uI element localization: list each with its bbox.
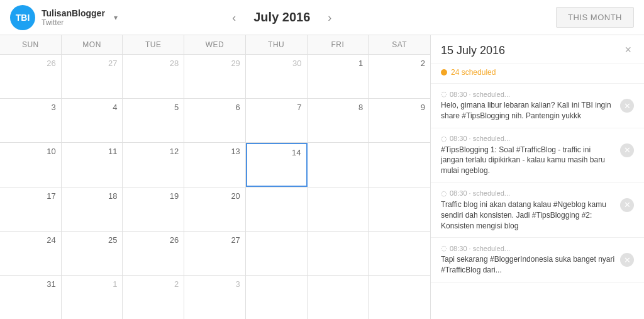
day-cell[interactable]: 13 <box>184 143 246 186</box>
day-number: 1 <box>313 59 364 68</box>
day-cell[interactable]: 4 <box>62 99 123 142</box>
day-cell[interactable]: 3 <box>0 99 62 142</box>
day-cell[interactable] <box>246 232 308 275</box>
day-header-sat: SAT <box>369 35 430 54</box>
day-cell[interactable]: 28 <box>123 55 184 98</box>
post-time-label: 08:30 · scheduled... <box>450 245 510 252</box>
day-cell[interactable]: 1 <box>308 55 369 98</box>
day-cell[interactable]: 8 <box>308 99 369 142</box>
weeks-container: 26 27 28 29 30 1 2 3 4 5 6 7 8 9 10 11 <box>0 55 430 319</box>
day-number: 13 <box>189 147 240 156</box>
day-cell[interactable]: 3 <box>184 276 246 319</box>
day-cell[interactable]: 27 <box>62 55 123 98</box>
popup-close-button[interactable]: × <box>622 44 634 55</box>
day-number: 2 <box>128 279 179 289</box>
day-cell[interactable]: 17 <box>0 187 62 231</box>
day-cell[interactable] <box>369 143 430 186</box>
day-cell[interactable]: 27 <box>184 232 246 275</box>
prev-month-button[interactable]: ‹ <box>227 9 241 26</box>
day-cell[interactable]: 26 <box>0 55 62 98</box>
day-number: 31 <box>5 279 56 289</box>
post-time: ◌ 08:30 · scheduled... <box>441 244 615 252</box>
day-cell[interactable] <box>308 232 369 275</box>
day-cell[interactable]: 10 <box>0 143 62 186</box>
day-cell[interactable]: 25 <box>62 232 123 275</box>
post-text: Tapi sekarang #BloggerIndonesia suka ban… <box>441 254 615 276</box>
account-platform: Twitter <box>42 18 105 27</box>
badge-dot-icon <box>441 69 447 76</box>
day-cell[interactable] <box>369 187 430 231</box>
day-number: 27 <box>67 59 118 68</box>
day-header-mon: MON <box>62 35 123 54</box>
day-cell[interactable]: 2 <box>123 276 184 319</box>
day-cell[interactable] <box>246 187 308 231</box>
day-cell[interactable]: 11 <box>62 143 123 186</box>
post-time: ◌ 08:30 · scheduled... <box>441 90 615 98</box>
day-header-tue: TUE <box>123 35 184 54</box>
dropdown-icon: ▾ <box>114 13 118 22</box>
day-number: 10 <box>5 147 56 156</box>
list-item: ◌ 08:30 · scheduled... Tapi sekarang #Bl… <box>431 238 644 283</box>
day-number: 25 <box>67 235 118 245</box>
next-month-button[interactable]: › <box>323 9 336 26</box>
day-header-thu: THU <box>246 35 308 54</box>
day-number: 29 <box>189 59 240 68</box>
post-time-label: 08:30 · scheduled... <box>450 189 510 197</box>
week-row: 3 4 5 6 7 8 9 <box>0 99 430 143</box>
day-cell[interactable] <box>308 276 369 319</box>
day-cell[interactable]: 30 <box>246 55 308 98</box>
account-selector[interactable]: TBI TulisanBlogger Twitter ▾ <box>10 5 118 30</box>
scheduled-count: 24 scheduled <box>451 68 496 77</box>
day-cell[interactable]: 2 <box>369 55 430 98</box>
day-cell[interactable]: 9 <box>369 99 430 142</box>
day-cell[interactable]: 26 <box>123 232 184 275</box>
post-remove-button[interactable]: ✕ <box>620 99 634 113</box>
day-cell[interactable]: 6 <box>184 99 246 142</box>
day-number: 9 <box>374 103 425 112</box>
day-cell[interactable]: 18 <box>62 187 123 231</box>
day-number: 11 <box>67 147 118 156</box>
day-cell[interactable] <box>369 276 430 319</box>
day-number: 28 <box>128 59 179 68</box>
popup-header: 15 July 2016 × <box>431 35 644 64</box>
this-month-button[interactable]: THIS MONTH <box>556 7 634 28</box>
day-number: 26 <box>5 59 56 68</box>
day-number: 1 <box>67 279 118 289</box>
day-cell[interactable] <box>308 143 369 186</box>
post-remove-button[interactable]: ✕ <box>620 198 634 212</box>
posts-list[interactable]: ◌ 08:30 · scheduled... Helo, gimana libu… <box>431 84 644 319</box>
day-cell-selected[interactable]: 14 <box>246 143 308 186</box>
day-number: 12 <box>128 147 179 156</box>
post-time-label: 08:30 · scheduled... <box>450 135 510 142</box>
day-header-sun: SUN <box>0 35 62 54</box>
post-remove-button[interactable]: ✕ <box>620 253 634 267</box>
popup-date: 15 July 2016 <box>441 44 505 57</box>
day-cell[interactable]: 19 <box>123 187 184 231</box>
week-row: 31 1 2 3 <box>0 276 430 319</box>
day-cell[interactable]: 5 <box>123 99 184 142</box>
day-cell[interactable]: 7 <box>246 99 308 142</box>
avatar: TBI <box>10 5 35 30</box>
day-cell[interactable]: 1 <box>62 276 123 319</box>
list-item: ◌ 08:30 · scheduled... #TipsBlogging 1: … <box>431 128 644 183</box>
post-remove-button[interactable]: ✕ <box>620 143 634 157</box>
day-cell[interactable] <box>308 187 369 231</box>
week-row: 10 11 12 13 14 <box>0 143 430 187</box>
month-year: 2016 <box>279 10 310 24</box>
day-header-fri: FRI <box>308 35 369 54</box>
day-headers: SUN MON TUE WED THU FRI SAT <box>0 35 430 55</box>
day-cell[interactable]: 24 <box>0 232 62 275</box>
day-header-wed: WED <box>184 35 246 54</box>
day-number: 6 <box>189 103 240 112</box>
day-number: 3 <box>189 279 240 289</box>
day-number: 19 <box>128 191 179 201</box>
day-cell[interactable]: 20 <box>184 187 246 231</box>
day-number: 2 <box>374 59 425 68</box>
day-cell[interactable]: 12 <box>123 143 184 186</box>
scheduled-badge: 24 scheduled <box>431 64 644 84</box>
day-cell[interactable]: 31 <box>0 276 62 319</box>
day-cell[interactable] <box>246 276 308 319</box>
day-cell[interactable] <box>369 232 430 275</box>
post-time: ◌ 08:30 · scheduled... <box>441 135 615 143</box>
day-cell[interactable]: 29 <box>184 55 246 98</box>
